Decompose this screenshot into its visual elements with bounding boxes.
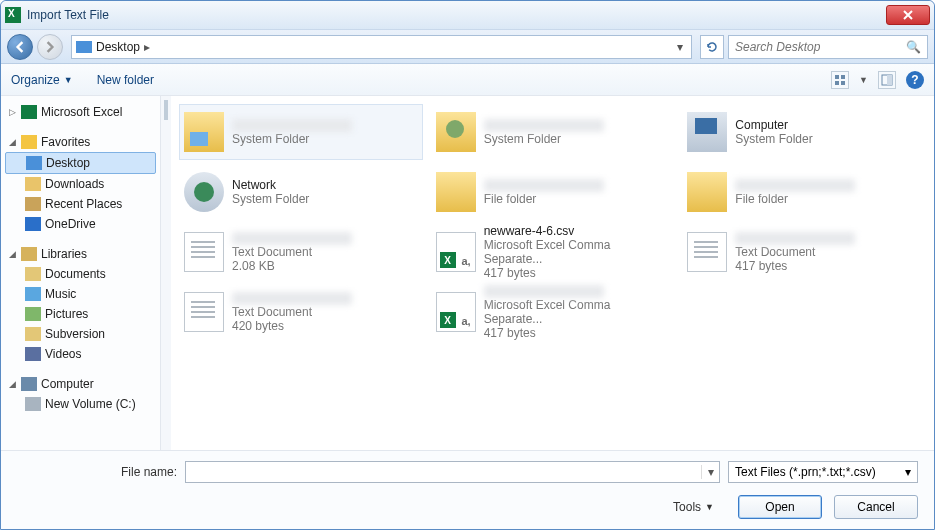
search-input[interactable] [735, 40, 906, 54]
file-name: Network [232, 178, 309, 192]
file-item[interactable]: redactedText Document420 bytes [179, 284, 423, 340]
file-item[interactable]: NetworkSystem Folder [179, 164, 423, 220]
file-size: 2.08 KB [232, 259, 352, 273]
collapse-icon[interactable]: ◢ [7, 137, 17, 147]
help-button[interactable]: ? [906, 71, 924, 89]
sidebar-fav-onedrive[interactable]: OneDrive [5, 214, 156, 234]
file-item[interactable]: redactedSystem Folder [431, 104, 675, 160]
new-folder-button[interactable]: New folder [97, 73, 154, 87]
search-box[interactable]: 🔍 [728, 35, 928, 59]
sidebar-fav-desktop[interactable]: Desktop [5, 152, 156, 174]
chevron-down-icon[interactable]: ▾ [701, 465, 719, 479]
expand-icon[interactable]: ▷ [7, 107, 17, 117]
back-button[interactable] [7, 34, 33, 60]
sidebar-fav-recent-places[interactable]: Recent Places [5, 194, 156, 214]
file-type: System Folder [484, 132, 604, 146]
open-button[interactable]: Open [738, 495, 822, 519]
file-name: newware-4-6.csv [484, 224, 664, 238]
svg-rect-0 [835, 75, 839, 79]
view-dropdown[interactable]: ▼ [859, 75, 868, 85]
preview-icon [881, 74, 893, 86]
filename-label: File name: [17, 465, 177, 479]
desktop-icon [76, 41, 92, 53]
titlebar: Import Text File [1, 1, 934, 30]
sidebar-comp-new-volume-(c:)[interactable]: New Volume (C:) [5, 394, 156, 414]
arrow-left-icon [14, 41, 26, 53]
address-bar[interactable]: Desktop ▸ ▾ [71, 35, 692, 59]
music-icon [25, 287, 41, 301]
file-name-redacted: redacted [232, 232, 352, 245]
tools-button[interactable]: Tools▼ [673, 500, 714, 514]
svg-rect-5 [887, 75, 892, 85]
sidebar-item-msexcel[interactable]: ▷Microsoft Excel [5, 102, 156, 122]
sidebar-lib-pictures[interactable]: Pictures [5, 304, 156, 324]
sidebar-lib-music[interactable]: Music [5, 284, 156, 304]
file-name: Computer [735, 118, 812, 132]
file-item[interactable]: redactedFile folder [431, 164, 675, 220]
file-type: Microsoft Excel Comma Separate... [484, 238, 670, 266]
sidebar-item-computer[interactable]: ◢Computer [5, 374, 156, 394]
folder-icon [687, 172, 727, 212]
sidebar-lib-documents[interactable]: Documents [5, 264, 156, 284]
file-name-redacted: redacted [232, 292, 352, 305]
close-button[interactable] [886, 5, 930, 25]
excel-icon [5, 7, 21, 23]
chevron-right-icon[interactable]: ▸ [144, 40, 150, 54]
toolbar-right: ▼ ? [831, 71, 924, 89]
computer-icon [21, 377, 37, 391]
filetype-filter[interactable]: Text Files (*.prn;*.txt;*.csv) ▾ [728, 461, 918, 483]
onedrive-icon [25, 217, 41, 231]
sidebar-fav-downloads[interactable]: Downloads [5, 174, 156, 194]
file-name-redacted: redacted [232, 119, 352, 132]
window-title: Import Text File [27, 8, 109, 22]
collapse-icon[interactable]: ◢ [7, 379, 17, 389]
file-type: File folder [484, 192, 604, 206]
file-item[interactable]: redactedText Document417 bytes [682, 224, 926, 280]
txt-icon [687, 232, 727, 272]
file-type: Text Document [735, 245, 855, 259]
view-button[interactable] [831, 71, 849, 89]
forward-button[interactable] [37, 34, 63, 60]
userfolder-icon [436, 112, 476, 152]
file-item[interactable]: redactedFile folder [682, 164, 926, 220]
file-item[interactable]: newware-4-6.csvMicrosoft Excel Comma Sep… [431, 224, 675, 280]
refresh-icon [706, 41, 718, 53]
sidebar-lib-videos[interactable]: Videos [5, 344, 156, 364]
file-type: Text Document [232, 305, 352, 319]
cancel-button[interactable]: Cancel [834, 495, 918, 519]
splitter[interactable] [161, 96, 171, 450]
svg-rect-2 [835, 81, 839, 85]
filename-combo[interactable]: ▾ [185, 461, 720, 483]
excel-icon [21, 105, 37, 119]
chevron-down-icon: ▾ [905, 465, 911, 479]
collapse-icon[interactable]: ◢ [7, 249, 17, 259]
file-item[interactable]: redactedText Document2.08 KB [179, 224, 423, 280]
refresh-button[interactable] [700, 35, 724, 59]
file-size: 417 bytes [484, 266, 670, 280]
csv-icon [436, 232, 476, 272]
file-type: System Folder [232, 192, 309, 206]
sidebar-item-favorites[interactable]: ◢Favorites [5, 132, 156, 152]
file-type: Text Document [232, 245, 352, 259]
file-list[interactable]: redactedSystem FolderredactedSystem Fold… [171, 96, 934, 450]
dialog-window: Import Text File Desktop ▸ ▾ 🔍 Organize▼… [0, 0, 935, 530]
address-dropdown[interactable]: ▾ [673, 40, 687, 54]
file-name-redacted: redacted [484, 119, 604, 132]
file-item[interactable]: redactedSystem Folder [179, 104, 423, 160]
csv-icon [436, 292, 476, 332]
svg-rect-3 [841, 81, 845, 85]
doc-icon [25, 267, 41, 281]
star-icon [21, 135, 37, 149]
filename-input[interactable] [186, 465, 701, 479]
dialog-body: ▷Microsoft Excel ◢Favorites DesktopDownl… [1, 96, 934, 450]
breadcrumb[interactable]: Desktop [96, 40, 140, 54]
file-size: 417 bytes [735, 259, 855, 273]
sidebar-item-libraries[interactable]: ◢Libraries [5, 244, 156, 264]
drive-icon [25, 397, 41, 411]
file-item[interactable]: redactedMicrosoft Excel Comma Separate..… [431, 284, 675, 340]
file-type: Microsoft Excel Comma Separate... [484, 298, 670, 326]
sidebar-lib-subversion[interactable]: Subversion [5, 324, 156, 344]
file-item[interactable]: ComputerSystem Folder [682, 104, 926, 160]
preview-button[interactable] [878, 71, 896, 89]
organize-button[interactable]: Organize▼ [11, 73, 73, 87]
